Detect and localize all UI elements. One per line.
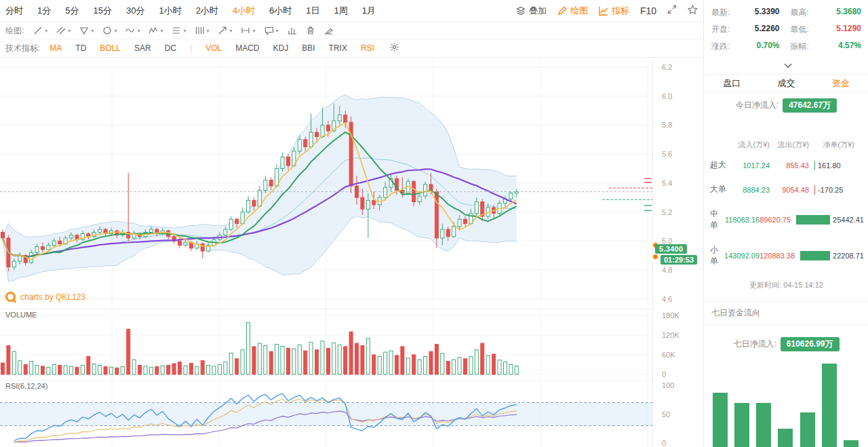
indicator-settings-gear-icon[interactable] — [389, 42, 399, 55]
f10-button[interactable]: F10 — [640, 5, 656, 16]
fullscreen-icon[interactable] — [667, 5, 677, 17]
draw-tool-fib-retracement-icon[interactable]: ▾ — [172, 26, 186, 35]
stat-label: 最低: — [791, 24, 809, 35]
indicator-RSI[interactable]: RSI — [361, 43, 374, 53]
flow-row-大单: 大单8884.239054.48-170.25 — [710, 184, 864, 195]
stat-开盘: 开盘:5.2260 — [711, 24, 787, 35]
price-tick-6.2: 6.2 — [662, 63, 672, 71]
timeframe-1月[interactable]: 1月 — [362, 5, 376, 17]
indicator-TD[interactable]: TD — [75, 43, 86, 53]
seven-day-bar-04-12[interactable] — [778, 429, 793, 447]
indicator-toolbar: 技术指标: MATDBOLLSARDC|VOLMACDKDJBBITRIXRSI — [0, 39, 703, 58]
indicator-MA[interactable]: MA — [50, 43, 62, 53]
price-tick-5.2: 5.2 — [662, 208, 672, 216]
stat-value: 5.1290 — [836, 24, 861, 35]
timeframe-4小时[interactable]: 4小时 — [233, 5, 255, 17]
indicator-button[interactable]: 指标 — [599, 5, 629, 17]
rsi-tick-0: 0 — [662, 439, 666, 447]
layers-icon — [516, 6, 526, 16]
indicator-DC[interactable]: DC — [165, 43, 176, 53]
pencil-icon — [557, 6, 567, 16]
draw-tool-wave-icon[interactable]: ▾ — [125, 26, 140, 35]
timeframe-2小时[interactable]: 2小时 — [196, 5, 218, 17]
candlestick-pane[interactable] — [0, 58, 652, 309]
volume-pane[interactable] — [0, 309, 652, 380]
draw-tool-arrow-icon[interactable]: ▾ — [218, 26, 232, 35]
seven-day-bar-chart: 04-0904-1004-1104-1204-1304-1404-15 — [710, 359, 863, 447]
flow-inflow: 115063.16 — [725, 216, 760, 224]
stat-涨跌: 涨跌:0.70% — [711, 41, 787, 52]
timeframe-1日[interactable]: 1日 — [306, 5, 319, 17]
collapse-stats-button[interactable] — [705, 60, 868, 71]
tab-资金[interactable]: 资金 — [814, 75, 868, 92]
indicator-BBI[interactable]: BBI — [302, 43, 315, 53]
volume-tick-60K: 60K — [662, 351, 675, 359]
indicator-VOL[interactable]: VOL — [205, 43, 222, 53]
seven-day-bar-04-09[interactable] — [713, 393, 728, 447]
overlay-label: 叠加 — [529, 5, 547, 17]
timeframe-1小时[interactable]: 1小时 — [159, 5, 181, 17]
price-tick-6.0: 6.0 — [662, 92, 672, 100]
seven-day-bar-04-10[interactable] — [734, 403, 749, 447]
seven-day-section-title: 七日资金流向 — [705, 301, 868, 325]
tab-成交[interactable]: 成交 — [759, 75, 813, 92]
seven-day-bar-04-11[interactable] — [756, 403, 771, 447]
flow-net-value: -170.25 — [818, 186, 843, 194]
tab-盘口[interactable]: 盘口 — [705, 75, 759, 92]
draw-tool-parallel-line-icon[interactable]: ▾ — [56, 26, 71, 35]
countdown-badge: 01:29:53 — [660, 255, 697, 265]
draw-tool-callout-icon[interactable]: ▾ — [264, 26, 279, 35]
timeframe-5分[interactable]: 5分 — [65, 5, 79, 17]
watermark: charts by QKL123 — [5, 292, 85, 302]
indicator-btn-label: 指标 — [612, 5, 629, 17]
indicator-MACD[interactable]: MACD — [235, 43, 259, 53]
draw-tool-triangle-icon[interactable]: ▾ — [79, 26, 94, 35]
favorite-star-icon[interactable] — [688, 5, 698, 18]
rsi-tick-100: 100 — [662, 381, 674, 389]
drawing-button[interactable]: 绘图 — [557, 5, 588, 17]
draw-tool-pattern-icon[interactable]: ▾ — [149, 26, 163, 35]
timeframe-30分[interactable]: 30分 — [126, 5, 144, 17]
timeframe-1分[interactable]: 1分 — [37, 5, 51, 17]
timeframe-1周[interactable]: 1周 — [334, 5, 348, 17]
qkl123-logo-icon — [5, 292, 16, 302]
current-price-badge: 5.3400 — [655, 244, 687, 254]
drawing-toolbar-label: 绘图: — [5, 25, 24, 37]
stat-value: 5.3390 — [755, 7, 780, 18]
chart-canvas-area[interactable]: 6.26.05.85.65.45.25.04.84.6180K120K60K01… — [0, 58, 704, 447]
draw-tool-eraser-icon[interactable] — [324, 26, 334, 35]
rsi-tick-50: 50 — [662, 410, 670, 419]
overlay-button[interactable]: 叠加 — [516, 5, 547, 17]
net-today-label: 今日净流入: — [736, 100, 778, 111]
flow-inflow: 8884.23 — [730, 186, 770, 194]
draw-tool-trend-line-icon[interactable]: ▾ — [33, 26, 47, 35]
rsi-pane-title: RSI(6,12,24) — [5, 382, 47, 390]
stat-label: 最新: — [711, 7, 730, 18]
price-tick-5.6: 5.6 — [662, 150, 672, 158]
draw-tool-vertical-lines-icon[interactable]: ▾ — [195, 26, 209, 35]
chart-line-icon — [599, 6, 608, 16]
indicator-KDJ[interactable]: KDJ — [273, 43, 289, 53]
timeframe-6小时[interactable]: 6小时 — [269, 5, 292, 17]
timeframe-分时[interactable]: 分时 — [5, 5, 23, 17]
net-seven-label: 七日净流入: — [733, 338, 776, 350]
draw-tool-trash-icon[interactable] — [306, 26, 315, 35]
seven-day-bar-04-13[interactable] — [800, 412, 815, 447]
countdown-marker-dot[interactable] — [652, 254, 658, 260]
indicator-TRIX[interactable]: TRIX — [329, 43, 347, 53]
sidebar-tabs: 盘口成交资金 — [705, 74, 868, 92]
flow-net-value: 22208.71 — [833, 252, 864, 260]
draw-tool-measure-icon[interactable]: ▾ — [241, 26, 255, 35]
seven-day-bar-04-15[interactable] — [844, 440, 859, 447]
draw-tool-ellipse-icon[interactable]: ▾ — [102, 26, 117, 35]
draw-tool-stats-icon[interactable] — [288, 26, 297, 35]
stat-value: 5.2260 — [755, 24, 780, 35]
rsi-pane[interactable] — [0, 380, 652, 447]
seven-day-bar-04-14[interactable] — [822, 364, 837, 447]
volume-tick-0: 0 — [662, 370, 666, 378]
stat-value: 5.3680 — [836, 7, 861, 18]
timeframe-15分[interactable]: 15分 — [93, 5, 111, 17]
flow-label: 大单 — [710, 184, 730, 195]
indicator-SAR[interactable]: SAR — [134, 43, 151, 53]
indicator-BOLL[interactable]: BOLL — [100, 43, 121, 53]
